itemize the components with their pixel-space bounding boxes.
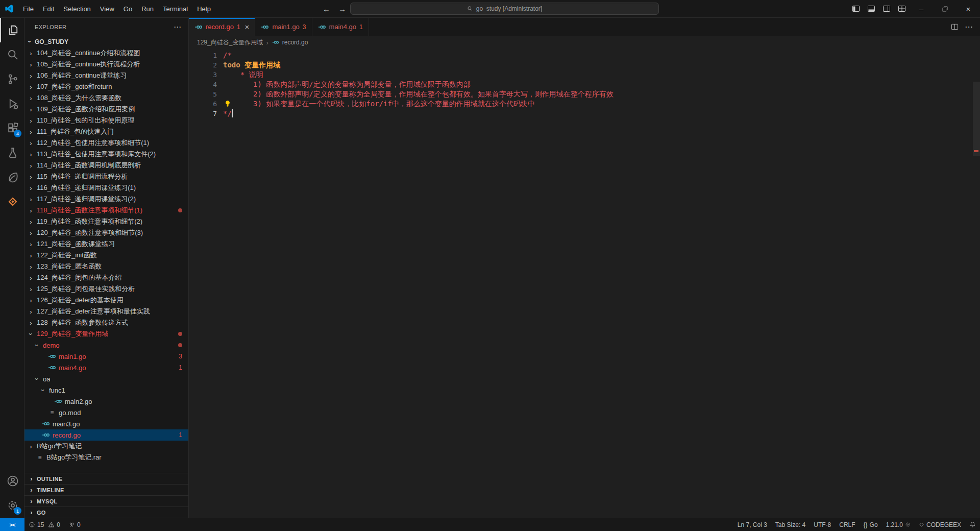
minimize-button[interactable]: – [910, 0, 933, 17]
customize-layout-icon[interactable] [894, 0, 910, 17]
extensions-icon[interactable]: 4 [0, 116, 24, 140]
tree-folder[interactable]: ›119_尚硅谷_函数注意事项和细节(2) [24, 216, 188, 227]
database-client-icon[interactable] [0, 165, 24, 189]
code-line-5[interactable]: 5 2) 函数外部声明/定义的变量称为全局变量，作用域在整个包都有效。如果首字母… [189, 89, 980, 99]
tree-folder[interactable]: ›126_尚硅谷_defer的基本使用 [24, 295, 188, 306]
tree-file[interactable]: ≡B站go学习笔记.rar [24, 452, 188, 463]
editor-more-actions-icon[interactable]: ⋯ [965, 22, 973, 32]
go-environment[interactable]: 1.21.0 [882, 518, 915, 531]
tree-folder[interactable]: ›108_尚硅谷_为什么需要函数 [24, 92, 188, 104]
tree-folder[interactable]: ›105_尚硅谷_continue执行流程分析 [24, 59, 188, 70]
menu-view[interactable]: View [95, 0, 119, 17]
tree-folder[interactable]: ›106_尚硅谷_continue课堂练习 [24, 70, 188, 81]
indentation[interactable]: Tab Size: 4 [771, 518, 810, 531]
cursor-position[interactable]: Ln 7, Col 3 [733, 518, 771, 531]
breadcrumb-folder[interactable]: 129_尚硅谷_变量作用域 [197, 38, 263, 47]
tree-folder[interactable]: ›oa [24, 373, 188, 384]
search-sidebar-icon[interactable] [0, 42, 24, 67]
tree-folder[interactable]: ›112_尚硅谷_包使用注意事项和细节(1) [24, 137, 188, 149]
menu-file[interactable]: File [18, 0, 38, 17]
menu-help[interactable]: Help [192, 0, 215, 17]
tree-folder[interactable]: ›107_尚硅谷_goto和return [24, 81, 188, 92]
menu-terminal[interactable]: Terminal [158, 0, 192, 17]
nav-back-icon[interactable]: ← [323, 5, 330, 13]
tree-file[interactable]: record.go1 [24, 429, 188, 441]
tree-folder[interactable]: ›125_尚硅谷_闭包最佳实践和分析 [24, 283, 188, 295]
settings-gear-icon[interactable]: 1 [0, 493, 24, 518]
remote-indicator[interactable]: >< [0, 518, 24, 531]
tree-folder[interactable]: ›104_尚硅谷_continue介绍和流程图 [24, 47, 188, 59]
codegeex-icon[interactable] [0, 189, 24, 214]
code-line-1[interactable]: 1/* [189, 51, 980, 60]
menu-selection[interactable]: Selection [59, 0, 95, 17]
ports-indicator[interactable]: 0 [64, 518, 85, 531]
problems-indicator[interactable]: 15 0 [24, 518, 64, 531]
tree-folder[interactable]: ›127_尚硅谷_defer注意事项和最佳实践 [24, 306, 188, 317]
tree-file[interactable]: main2.go [24, 396, 188, 407]
tree-file[interactable]: main1.go3 [24, 351, 188, 362]
sidebar-panel-go[interactable]: ›GO [24, 506, 188, 518]
toggle-panel-icon[interactable] [864, 0, 879, 17]
tree-folder[interactable]: ›109_尚硅谷_函数介绍和应用案例 [24, 104, 188, 115]
tree-folder[interactable]: ›129_尚硅谷_变量作用域 [24, 328, 188, 340]
lightbulb-icon[interactable] [224, 100, 231, 107]
toggle-sidebar-icon[interactable] [848, 0, 864, 17]
command-center-search[interactable]: go_study [Administrator] [350, 3, 659, 15]
restore-button[interactable] [933, 0, 957, 17]
tree-folder[interactable]: ›B站go学习笔记 [24, 441, 188, 452]
sidebar-panel-outline[interactable]: ›OUTLINE [24, 473, 188, 484]
tree-folder[interactable]: ›118_尚硅谷_函数注意事项和细节(1) [24, 205, 188, 216]
tab-close-icon[interactable]: × [245, 22, 250, 31]
close-button[interactable]: × [957, 0, 980, 17]
overview-ruler[interactable] [973, 82, 980, 518]
tree-folder[interactable]: ›demo [24, 340, 188, 351]
notifications-bell-icon[interactable] [965, 518, 980, 531]
tree-folder[interactable]: ›116_尚硅谷_递归调用课堂练习(1) [24, 182, 188, 194]
explorer-more-actions-icon[interactable]: ⋯ [174, 22, 181, 32]
toggle-secondary-sidebar-icon[interactable] [879, 0, 894, 17]
editor-tab-main1.go[interactable]: main1.go3 [255, 18, 312, 36]
tree-folder[interactable]: ›113_尚硅谷_包使用注意事项和库文件(2) [24, 149, 188, 160]
codegeex-status[interactable]: CODEGEEX [915, 518, 965, 531]
split-editor-icon[interactable] [951, 23, 959, 31]
tree-folder[interactable]: ›117_尚硅谷_递归调用课堂练习(2) [24, 194, 188, 205]
workspace-root[interactable]: › GO_STUDY [24, 36, 188, 47]
editor-tab-main4.go[interactable]: main4.go1 [312, 18, 369, 36]
menu-run[interactable]: Run [137, 0, 158, 17]
code-line-4[interactable]: 4 1) 函数内部声明/定义的变量称为局部变量，作用域仅限于函数内部 [189, 80, 980, 89]
source-control-icon[interactable] [0, 67, 24, 91]
nav-forward-icon[interactable]: → [338, 5, 346, 13]
tree-folder[interactable]: ›122_尚硅谷_init函数 [24, 250, 188, 261]
tree-folder[interactable]: ›115_尚硅谷_递归调用流程分析 [24, 171, 188, 182]
tree-folder[interactable]: ›121_尚硅谷_函数课堂练习 [24, 238, 188, 250]
encoding[interactable]: UTF-8 [810, 518, 835, 531]
sidebar-panel-mysql[interactable]: ›MYSQL [24, 495, 188, 506]
explorer-icon[interactable] [0, 18, 24, 42]
testing-icon[interactable] [0, 140, 24, 165]
tree-file[interactable]: ≡go.mod [24, 407, 188, 418]
account-icon[interactable] [0, 469, 24, 493]
code-editor[interactable]: 1/*2todo 变量作用域3 * 说明4 1) 函数内部声明/定义的变量称为局… [189, 49, 980, 518]
tree-folder[interactable]: ›123_尚硅谷_匿名函数 [24, 261, 188, 272]
tree-folder[interactable]: ›114_尚硅谷_函数调用机制底层剖析 [24, 160, 188, 171]
scrollbar-thumb[interactable] [973, 82, 980, 156]
language-mode[interactable]: {} Go [860, 518, 882, 531]
tree-folder[interactable]: ›124_尚硅谷_闭包的基本介绍 [24, 272, 188, 283]
code-line-7[interactable]: 7*/ [189, 109, 980, 118]
tree-folder[interactable]: ›128_尚硅谷_函数参数传递方式 [24, 317, 188, 328]
run-debug-icon[interactable] [0, 91, 24, 116]
code-line-3[interactable]: 3 * 说明 [189, 70, 980, 80]
tree-folder[interactable]: ›110_尚硅谷_包的引出和使用原理 [24, 115, 188, 126]
code-line-2[interactable]: 2todo 变量作用域 [189, 60, 980, 70]
tree-file[interactable]: main4.go1 [24, 362, 188, 373]
tree-folder[interactable]: ›120_尚硅谷_函数注意事项和细节(3) [24, 227, 188, 238]
code-line-6[interactable]: 6 3) 如果变量是在一个代码块，比如for/if中，那么这个变量的作用域就在这… [189, 99, 980, 109]
tree-folder[interactable]: ›func1 [24, 384, 188, 396]
tree-file[interactable]: main3.go [24, 418, 188, 429]
tree-folder[interactable]: ›111_尚硅谷_包的快速入门 [24, 126, 188, 137]
sidebar-panel-timeline[interactable]: ›TIMELINE [24, 484, 188, 495]
editor-tab-record.go[interactable]: record.go1× [189, 18, 255, 36]
eol-sequence[interactable]: CRLF [835, 518, 859, 531]
menu-go[interactable]: Go [119, 0, 137, 17]
menu-edit[interactable]: Edit [38, 0, 59, 17]
